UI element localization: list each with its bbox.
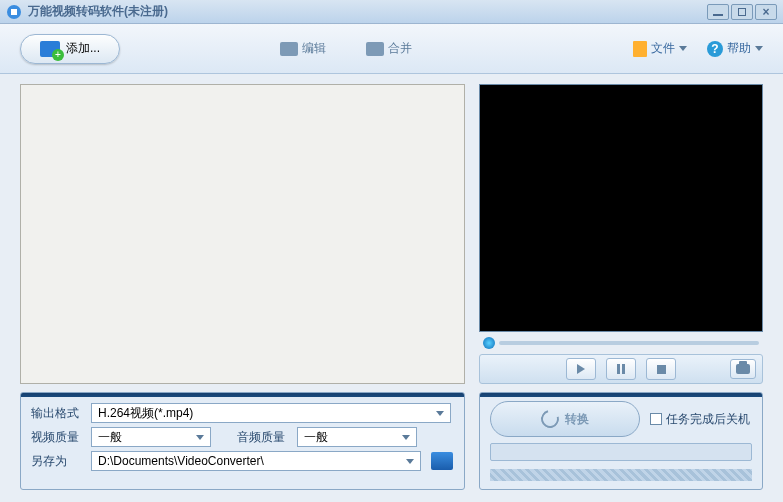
save-as-select[interactable]: D:\Documents\VideoConverter\: [91, 451, 421, 471]
audio-quality-select[interactable]: 一般: [297, 427, 417, 447]
output-settings-panel: 输出格式 H.264视频(*.mp4) 视频质量 一般 音频质量 一般: [20, 392, 465, 490]
main-area: [0, 74, 783, 384]
video-quality-select[interactable]: 一般: [91, 427, 211, 447]
status-strip: [490, 469, 752, 481]
shutdown-checkbox[interactable]: 任务完成后关机: [650, 411, 750, 428]
stop-icon: [657, 365, 666, 374]
stop-button[interactable]: [646, 358, 676, 380]
merge-label: 合并: [388, 40, 412, 57]
edit-label: 编辑: [302, 40, 326, 57]
audio-quality-value: 一般: [304, 429, 328, 446]
title-bar: 万能视频转码软件(未注册) ×: [0, 0, 783, 24]
svg-rect-1: [11, 9, 17, 15]
output-format-label: 输出格式: [31, 405, 85, 422]
camera-icon: [736, 364, 750, 374]
video-preview[interactable]: [479, 84, 763, 332]
pause-icon: [617, 364, 625, 374]
bottom-area: 输出格式 H.264视频(*.mp4) 视频质量 一般 音频质量 一般: [0, 384, 783, 500]
seek-handle[interactable]: [483, 337, 495, 349]
convert-button[interactable]: 转换: [490, 401, 640, 437]
file-icon: [633, 41, 647, 57]
edit-button[interactable]: 编辑: [280, 40, 326, 57]
merge-icon: [366, 42, 384, 56]
video-quality-label: 视频质量: [31, 429, 85, 446]
convert-icon: [538, 407, 563, 432]
play-button[interactable]: [566, 358, 596, 380]
action-panel: 转换 任务完成后关机: [479, 392, 763, 490]
shutdown-label: 任务完成后关机: [666, 411, 750, 428]
add-video-icon: [40, 41, 60, 57]
dropdown-icon: [755, 46, 763, 51]
maximize-button[interactable]: [731, 4, 753, 20]
help-menu[interactable]: ? 帮助: [707, 40, 763, 57]
save-as-label: 另存为: [31, 453, 85, 470]
seek-row: [479, 336, 763, 350]
file-label: 文件: [651, 40, 675, 57]
window-title: 万能视频转码软件(未注册): [28, 3, 707, 20]
chevron-down-icon: [196, 435, 204, 440]
audio-quality-label: 音频质量: [237, 429, 291, 446]
chevron-down-icon: [406, 459, 414, 464]
add-button-label: 添加...: [66, 40, 100, 57]
help-icon: ?: [707, 41, 723, 57]
playback-controls: [479, 354, 763, 384]
edit-icon: [280, 42, 298, 56]
preview-pane: [479, 84, 763, 384]
checkbox-icon: [650, 413, 662, 425]
progress-bar: [490, 443, 752, 461]
seek-bar[interactable]: [499, 341, 759, 345]
toolbar: 添加... 编辑 合并 文件 ? 帮助: [0, 24, 783, 74]
play-icon: [577, 364, 585, 374]
close-button[interactable]: ×: [755, 4, 777, 20]
output-format-select[interactable]: H.264视频(*.mp4): [91, 403, 451, 423]
minimize-button[interactable]: [707, 4, 729, 20]
video-quality-value: 一般: [98, 429, 122, 446]
browse-folder-button[interactable]: [431, 452, 453, 470]
add-button[interactable]: 添加...: [20, 34, 120, 64]
dropdown-icon: [679, 46, 687, 51]
pause-button[interactable]: [606, 358, 636, 380]
app-icon: [6, 4, 22, 20]
output-format-value: H.264视频(*.mp4): [98, 405, 193, 422]
help-label: 帮助: [727, 40, 751, 57]
file-list-pane[interactable]: [20, 84, 465, 384]
merge-button[interactable]: 合并: [366, 40, 412, 57]
chevron-down-icon: [436, 411, 444, 416]
save-as-value: D:\Documents\VideoConverter\: [98, 454, 264, 468]
convert-label: 转换: [565, 411, 589, 428]
chevron-down-icon: [402, 435, 410, 440]
snapshot-button[interactable]: [730, 359, 756, 379]
file-menu[interactable]: 文件: [633, 40, 687, 57]
